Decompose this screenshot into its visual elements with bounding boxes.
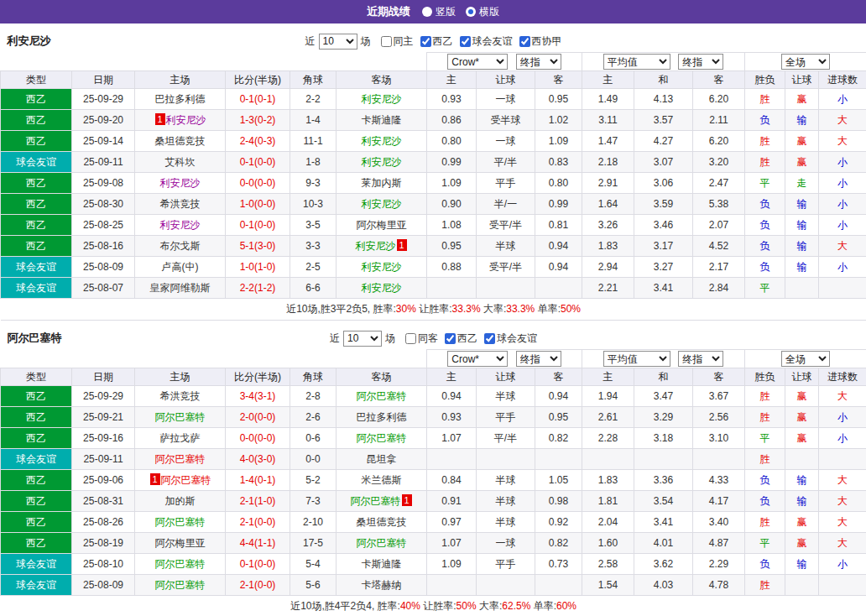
match-score[interactable]: 2-0(0-0) xyxy=(226,407,290,428)
home-team[interactable]: 卢高(中) xyxy=(135,257,226,278)
home-team[interactable]: 萨拉戈萨 xyxy=(135,428,226,449)
away-team[interactable]: 卡斯迪隆 xyxy=(336,110,427,131)
match-score[interactable]: 0-1(0-0) xyxy=(226,215,290,236)
match-score[interactable]: 2-1(0-0) xyxy=(226,512,290,533)
home-team[interactable]: 巴拉多利德 xyxy=(135,89,226,110)
filter-checkbox-0[interactable]: 同主 xyxy=(381,34,414,49)
home-team[interactable]: 桑坦德竞技 xyxy=(135,131,226,152)
match-row: 西乙25-08-30希洪竞技1-0(0-0)10-3利安尼沙0.90半/一0.9… xyxy=(1,194,866,215)
home-team-label: 阿尔巴塞特 xyxy=(155,558,206,570)
match-score[interactable]: 4-4(1-1) xyxy=(226,533,290,554)
checkbox-input[interactable] xyxy=(519,36,530,47)
filter-checkbox-1[interactable]: 西乙 xyxy=(445,331,477,346)
home-team[interactable]: 1阿尔巴塞特 xyxy=(135,470,226,491)
home-team[interactable]: 阿尔巴塞特 xyxy=(135,575,226,596)
europe-index-select[interactable]: 终指 xyxy=(678,54,723,70)
average-select[interactable]: 平均值 xyxy=(603,54,670,70)
match-score[interactable]: 3-4(3-1) xyxy=(226,386,290,407)
away-team[interactable]: 阿尔巴塞特1 xyxy=(336,491,427,512)
handicap-home-odds: 0.95 xyxy=(427,236,477,257)
home-team[interactable]: 利安尼沙 xyxy=(135,215,226,236)
match-score[interactable]: 2-1(0-0) xyxy=(226,575,290,596)
match-score[interactable]: 1-0(0-0) xyxy=(226,194,290,215)
scope-select[interactable]: 全场 xyxy=(781,351,830,367)
match-score[interactable]: 2-1(1-0) xyxy=(226,491,290,512)
home-team[interactable]: 艾科坎 xyxy=(135,152,226,173)
away-team[interactable]: 利安尼沙 xyxy=(336,152,427,173)
home-team[interactable]: 阿尔巴塞特 xyxy=(135,407,226,428)
away-team[interactable]: 利安尼沙1 xyxy=(336,236,427,257)
avg-home-odds: 1.60 xyxy=(582,533,634,554)
away-team[interactable]: 莱加内斯 xyxy=(336,173,427,194)
match-score[interactable]: 2-4(0-3) xyxy=(226,131,290,152)
home-team[interactable]: 加的斯 xyxy=(135,491,226,512)
handicap-index-select[interactable]: 终指 xyxy=(516,351,561,367)
away-team[interactable]: 利安尼沙 xyxy=(336,89,427,110)
filter-checkbox-2[interactable]: 球会友谊 xyxy=(460,34,513,49)
match-count-select[interactable]: 10 xyxy=(319,34,357,50)
average-select[interactable]: 平均值 xyxy=(603,351,670,367)
away-team[interactable]: 昆坦拿 xyxy=(336,449,427,470)
radio-vertical-layout[interactable]: 竖版 xyxy=(422,5,456,19)
goals-result-cell xyxy=(819,449,866,470)
handicap-result-cell: 输 xyxy=(785,470,819,491)
match-score[interactable]: 0-0(0-0) xyxy=(226,428,290,449)
away-team[interactable]: 阿尔巴塞特 xyxy=(336,428,427,449)
handicap-away-odds: 0.83 xyxy=(535,152,582,173)
filter-checkbox-1[interactable]: 西乙 xyxy=(420,34,453,49)
match-score[interactable]: 0-1(0-0) xyxy=(226,554,290,575)
away-team[interactable]: 利安尼沙 xyxy=(336,257,427,278)
filter-checkbox-0[interactable]: 同客 xyxy=(405,331,438,346)
away-team[interactable]: 巴拉多利德 xyxy=(336,407,427,428)
checkbox-input[interactable] xyxy=(381,36,392,47)
checkbox-input[interactable] xyxy=(405,333,416,344)
away-team[interactable]: 利安尼沙 xyxy=(336,278,427,299)
home-team[interactable]: 阿尔巴塞特 xyxy=(135,449,226,470)
away-team[interactable]: 卡塔赫纳 xyxy=(336,575,427,596)
away-team[interactable]: 卡斯迪隆 xyxy=(336,554,427,575)
home-team[interactable]: 希洪竞技 xyxy=(135,194,226,215)
corner-score: 7-3 xyxy=(290,491,336,512)
match-score[interactable]: 4-0(3-0) xyxy=(226,449,290,470)
scope-select[interactable]: 全场 xyxy=(781,54,830,70)
bookmaker-select[interactable]: Crow* xyxy=(447,351,508,367)
match-score[interactable]: 1-3(0-2) xyxy=(226,110,290,131)
radio-horizontal-layout[interactable]: 横版 xyxy=(466,5,499,19)
home-team[interactable]: 阿尔巴塞特 xyxy=(135,512,226,533)
away-team[interactable]: 阿尔巴塞特 xyxy=(336,386,427,407)
away-team[interactable]: 桑坦德竞技 xyxy=(336,512,427,533)
away-team[interactable]: 利安尼沙 xyxy=(336,131,427,152)
home-team[interactable]: 阿尔梅里亚 xyxy=(135,533,226,554)
column-header: 类型 xyxy=(1,368,72,386)
checkbox-input[interactable] xyxy=(445,333,456,344)
match-score[interactable]: 0-1(0-0) xyxy=(226,152,290,173)
home-team[interactable]: 皇家阿维勒斯 xyxy=(135,278,226,299)
match-score[interactable]: 1-4(0-1) xyxy=(226,470,290,491)
result-cell: 胜 xyxy=(745,575,785,596)
europe-index-select[interactable]: 终指 xyxy=(678,351,723,367)
checkbox-input[interactable] xyxy=(460,36,471,47)
match-score[interactable]: 0-0(0-0) xyxy=(226,173,290,194)
match-count-select[interactable]: 10 xyxy=(343,331,382,347)
filter-checkbox-2[interactable]: 球会友谊 xyxy=(484,331,537,346)
filter-checkbox-3[interactable]: 西协甲 xyxy=(519,34,562,49)
avg-away-odds: 4.33 xyxy=(693,470,745,491)
away-team[interactable]: 米兰德斯 xyxy=(336,470,427,491)
result-cell: 平 xyxy=(745,428,785,449)
handicap-index-select[interactable]: 终指 xyxy=(516,54,561,70)
home-team[interactable]: 阿尔巴塞特 xyxy=(135,554,226,575)
bookmaker-select[interactable]: Crow* xyxy=(447,54,508,70)
match-score[interactable]: 0-1(0-1) xyxy=(226,89,290,110)
checkbox-input[interactable] xyxy=(484,333,495,344)
home-team[interactable]: 1利安尼沙 xyxy=(135,110,226,131)
home-team[interactable]: 布尔戈斯 xyxy=(135,236,226,257)
match-score[interactable]: 1-0(1-0) xyxy=(226,257,290,278)
away-team[interactable]: 利安尼沙 xyxy=(336,194,427,215)
home-team[interactable]: 希洪竞技 xyxy=(135,386,226,407)
match-score[interactable]: 5-1(3-0) xyxy=(226,236,290,257)
home-team[interactable]: 利安尼沙 xyxy=(135,173,226,194)
match-score[interactable]: 2-2(1-2) xyxy=(226,278,290,299)
checkbox-input[interactable] xyxy=(420,36,431,47)
away-team[interactable]: 阿尔梅里亚 xyxy=(336,215,427,236)
away-team[interactable]: 阿尔巴塞特 xyxy=(336,533,427,554)
